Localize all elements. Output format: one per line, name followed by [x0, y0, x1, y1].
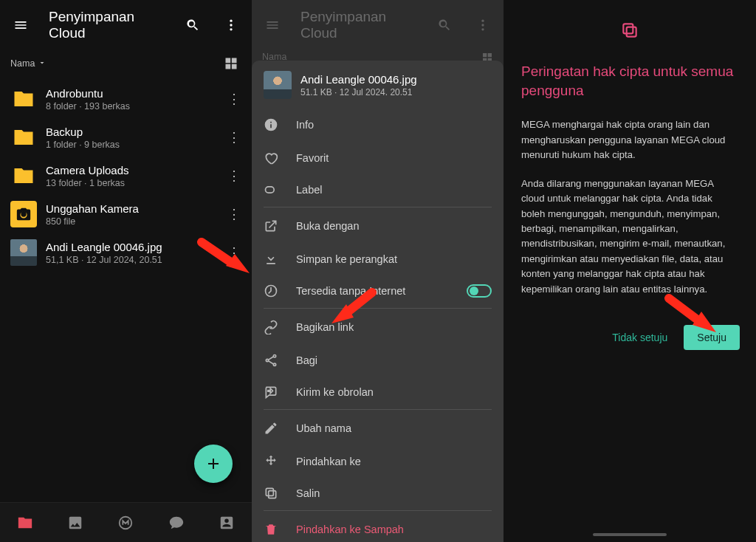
row-overflow-icon[interactable]: ⋮ [224, 168, 244, 184]
panel-copyright-dialog: Peringatan hak cipta untuk semua penggun… [504, 0, 756, 542]
svg-point-13 [273, 363, 275, 366]
search-icon [434, 15, 455, 35]
menu-move[interactable]: Pindahkan ke [264, 445, 492, 478]
svg-point-8 [481, 28, 484, 30]
menu-info[interactable]: Info [264, 108, 492, 141]
nav-gallery-icon[interactable] [61, 508, 90, 538]
nav-contacts-icon[interactable] [212, 508, 241, 538]
image-thumbnail [10, 239, 37, 266]
svg-point-11 [273, 354, 275, 357]
hamburger-icon [262, 15, 283, 35]
folder-icon [10, 162, 37, 189]
menu-save-device[interactable]: Simpan ke perangkat [264, 242, 492, 275]
menu-share-link[interactable]: Bagikan link [264, 310, 492, 343]
row-overflow-icon[interactable]: ⋮ [224, 129, 244, 145]
menu-copy[interactable]: Salin [264, 478, 492, 511]
svg-rect-18 [627, 27, 636, 37]
disagree-button[interactable]: Tidak setuju [612, 332, 667, 343]
svg-point-0 [230, 20, 232, 22]
svg-rect-15 [266, 488, 273, 495]
svg-point-6 [481, 20, 484, 22]
camera-folder-icon [10, 201, 37, 227]
menu-share[interactable]: Bagi [264, 343, 492, 377]
image-thumbnail [264, 71, 292, 99]
nav-cloud-icon[interactable] [10, 508, 40, 538]
copy-icon [620, 21, 639, 43]
list-item[interactable]: Unggahan Kamera850 file ⋮ [0, 195, 252, 233]
svg-rect-19 [623, 24, 633, 33]
fab-add-button[interactable] [194, 445, 233, 483]
sort-bar: Nama [0, 49, 252, 80]
menu-label[interactable]: Label [264, 174, 492, 207]
offline-toggle[interactable] [467, 284, 492, 298]
menu-trash[interactable]: Pindahkan ke Sampah [264, 512, 492, 542]
folder-icon [10, 124, 37, 151]
dialog-heading: Peringatan hak cipta untuk semua penggun… [521, 62, 738, 100]
page-title: Penyimpanan Cloud [49, 9, 165, 41]
list-item[interactable]: Backup1 folder · 9 berkas ⋮ [0, 118, 252, 157]
menu-offline[interactable]: Tersedia tanpa Internet [264, 275, 492, 309]
grid-view-icon[interactable] [221, 53, 241, 74]
svg-point-7 [481, 24, 484, 26]
sheet-header: Andi Leangle 00046.jpg 51.1 KB · 12 Jul … [252, 61, 504, 108]
dialog-actions: Tidak setuju Setuju [612, 325, 740, 350]
search-icon[interactable] [182, 15, 203, 35]
bottom-sheet: Andi Leangle 00046.jpg 51.1 KB · 12 Jul … [252, 61, 504, 542]
svg-rect-9 [266, 187, 275, 193]
svg-point-1 [230, 24, 232, 26]
file-list: Androbuntu8 folder · 193 berkas ⋮ Backup… [0, 80, 252, 272]
topbar: Penyimpanan Cloud [0, 0, 252, 49]
list-item[interactable]: Camera Uploads13 folder · 1 berkas ⋮ [0, 157, 252, 195]
context-menu: Info Favorit Label Buka dengan Simpan ke… [252, 108, 504, 542]
sheet-filename: Andi Leangle 00046.jpg [300, 73, 417, 86]
folder-icon [10, 86, 37, 112]
list-item[interactable]: Andi Leangle 00046.jpg51,1 KB · 12 Jul 2… [0, 233, 252, 272]
sheet-filemeta: 51.1 KB · 12 Jul 2024. 20.51 [300, 87, 417, 97]
nav-mega-icon[interactable] [111, 508, 140, 538]
list-item[interactable]: Androbuntu8 folder · 193 berkas ⋮ [0, 80, 252, 118]
topbar-dimmed: Penyimpanan Cloud [252, 0, 504, 49]
dialog-para-2: Anda dilarang menggunakan layanan MEGA c… [521, 176, 738, 298]
bottom-nav [0, 502, 252, 542]
row-overflow-icon[interactable]: ⋮ [224, 244, 244, 261]
menu-rename[interactable]: Ubah nama [264, 411, 492, 445]
chevron-down-icon[interactable] [38, 58, 47, 69]
dialog-para-1: MEGA menghargai hak cipta orang lain dan… [521, 117, 738, 162]
nav-chat-icon[interactable] [162, 508, 191, 538]
row-overflow-icon[interactable]: ⋮ [224, 91, 244, 107]
svg-rect-14 [269, 491, 276, 498]
hamburger-icon[interactable] [10, 15, 31, 35]
menu-send-chat[interactable]: Kirim ke obrolan [264, 377, 492, 410]
panel-bottom-sheet: Penyimpanan Cloud Nama Andi Leangle 0004… [252, 0, 504, 542]
gesture-handle [593, 533, 667, 536]
svg-point-2 [230, 28, 232, 30]
menu-open-with[interactable]: Buka dengan [264, 209, 492, 242]
row-overflow-icon[interactable]: ⋮ [224, 206, 244, 222]
svg-point-12 [266, 359, 268, 361]
overflow-icon [472, 15, 493, 35]
panel-file-list: Penyimpanan Cloud Nama Androbuntu8 folde… [0, 0, 252, 542]
page-title-dimmed: Penyimpanan Cloud [300, 9, 416, 41]
overflow-icon[interactable] [221, 15, 241, 35]
agree-button[interactable]: Setuju [684, 325, 740, 350]
sort-label[interactable]: Nama [10, 58, 35, 69]
menu-favorit[interactable]: Favorit [264, 141, 492, 174]
